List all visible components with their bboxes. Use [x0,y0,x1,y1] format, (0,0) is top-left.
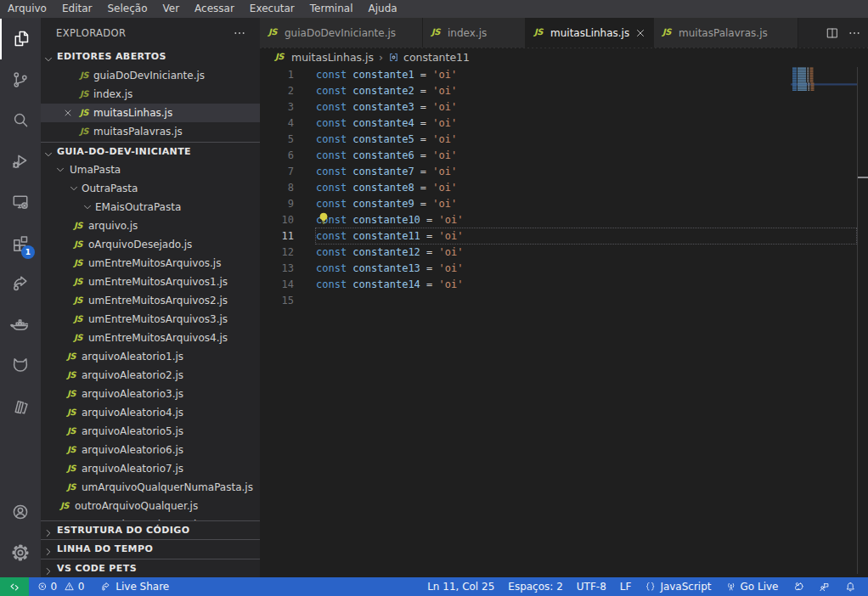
breadcrumb-file[interactable]: muitasLinhas.js [291,51,374,64]
tree-file-arquivo-js[interactable]: JSarquivo.js [41,216,260,235]
source-control-icon [10,70,31,90]
status-label: LF [620,581,632,593]
menu-executar[interactable]: Executar [242,0,302,18]
breadcrumbs[interactable]: JS muitasLinhas.js › constante11 [260,48,868,66]
explorer-more-actions-icon[interactable] [233,26,246,40]
js-file-icon: JS [80,108,92,119]
open-editor-index-js[interactable]: JSindex.js [41,85,260,104]
section-header-estrutura-do-c-digo[interactable]: ESTRUTURA DO CÓDIGO [41,520,260,539]
tree-file-arquivoaleatorio3-js[interactable]: JSarquivoAleatorio3.js [41,385,260,403]
activity-item-docker[interactable] [0,304,41,345]
activity-item-gitkraken[interactable] [0,345,41,385]
minimap-line [792,88,814,89]
tree-file-umentremuitosarquivos1-js[interactable]: JSumEntreMuitosArquivos1.js [41,273,260,291]
tab-guiadodeviniciante-js[interactable]: JSguiaDoDevIniciante.js [260,18,423,48]
braces-icon [645,581,657,593]
open-editor-muitaslinhas-js[interactable]: JSmuitasLinhas.js [41,104,260,122]
problems-status[interactable]: 00 [37,581,88,593]
activity-item-accounts[interactable] [0,492,41,532]
status-eol[interactable]: LF [620,581,632,593]
activity-item-run-debug[interactable] [0,141,41,182]
section-header-label: EDITORES ABERTOS [57,51,166,62]
account-icon [10,502,31,522]
activity-item-explorer[interactable] [0,19,41,59]
tree-file-arquivoaleatorio7-js[interactable]: JSarquivoAleatorio7.js [41,459,260,478]
close-icon[interactable] [63,108,73,118]
breadcrumb-symbol[interactable]: constante11 [403,51,470,64]
remote-explorer-icon [10,192,31,212]
minimap-line [792,83,814,84]
close-icon[interactable] [634,27,646,39]
section-header-guia-do-dev-iniciante[interactable]: GUIA-DO-DEV-INICIANTE [41,142,260,160]
menu-acessar[interactable]: Acessar [187,0,242,18]
tree-file-arquivoaleatorio4-js[interactable]: JSarquivoAleatorio4.js [41,403,260,422]
chevron-down-icon [82,202,93,212]
status-bar: 00Live ShareLn 11, Col 25Espaços: 2UTF-8… [0,577,868,596]
tree-file-umentremuitosarquivos3-js[interactable]: JSumEntreMuitosArquivos3.js [41,310,260,329]
activity-item-firebase[interactable] [0,385,41,426]
status-feedback[interactable] [818,581,831,593]
menu-ver[interactable]: Ver [155,0,187,18]
line-number: 3 [260,99,294,115]
line-number: 11 [260,228,294,245]
tree-folder-outrapasta[interactable]: OutraPasta [41,179,260,198]
status-live-share[interactable]: Live Share [100,581,169,593]
menu-arquivo[interactable]: Arquivo [0,0,54,18]
status-notifications[interactable] [844,581,857,593]
activity-item-remote-explorer[interactable] [0,182,41,222]
docker-icon [10,314,31,335]
tab-index-js[interactable]: JSindex.js [423,18,526,48]
status-language-mode[interactable]: JavaScript [645,581,711,593]
section-header-linha-do-tempo[interactable]: LINHA DO TEMPO [41,539,260,558]
tree-file-arquivoaleatorio6-js[interactable]: JSarquivoAleatorio6.js [41,441,260,459]
ellipsis-icon[interactable] [848,26,861,40]
tree-file-umarquivoqualquernumapasta-js[interactable]: JSumArquivoQualquerNumaPasta.js [41,478,260,497]
tree-file-outroarquivoqualquer-js[interactable]: JSoutroArquivoQualquer.js [41,497,260,515]
tree-item-label: arquivoAleatorio4.js [82,407,183,419]
status-cursor-position[interactable]: Ln 11, Col 25 [427,581,494,593]
line-numbers-gutter: 123456789101112131415 [260,67,294,309]
js-file-icon: JS [60,501,72,512]
lightbulb-icon[interactable] [317,211,330,225]
tree-file-umentremuitosarquivos-js[interactable]: JSumEntreMuitosArquivos.js [41,254,260,273]
tree-file-arquivoaleatorio2-js[interactable]: JSarquivoAleatorio2.js [41,366,260,385]
code-editor[interactable]: 123456789101112131415 const constante1 =… [260,66,868,577]
split-editor-icon[interactable] [826,26,839,40]
activity-item-settings[interactable] [0,532,41,573]
tree-file-oarquivodesejado-js[interactable]: JSoArquivoDesejado.js [41,235,260,254]
status-label: UTF-8 [577,581,606,593]
minimap[interactable] [786,66,868,577]
activity-item-live-share[interactable] [0,263,41,304]
open-editor-guiadodeviniciante-js[interactable]: JSguiaDoDevIniciante.js [41,66,260,85]
activity-item-search[interactable] [0,100,41,141]
tree-folder-umapasta[interactable]: UmaPasta [41,160,260,179]
status-pets[interactable] [792,581,805,593]
activity-item-source-control[interactable] [0,59,41,100]
section-header-editores-abertos[interactable]: EDITORES ABERTOS [41,48,260,66]
error-icon [37,581,48,593]
tree-file-arquivoaleatorio5-js[interactable]: JSarquivoAleatorio5.js [41,422,260,441]
status-indentation[interactable]: Espaços: 2 [508,581,563,593]
code-line: const constante8 = 'oi' [316,180,463,196]
tree-folder-emaisoutrapasta[interactable]: EMaisOutraPasta [41,198,260,216]
line-number: 13 [260,261,294,277]
status-go-live[interactable]: Go Live [725,581,779,593]
vscode-window: ArquivoEditarSeleçãoVerAcessarExecutarTe… [0,0,868,596]
tree-file-arquivoaleatorio1-js[interactable]: JSarquivoAleatorio1.js [41,347,260,366]
menu-ajuda[interactable]: Ajuda [360,0,404,18]
tab-muitaspalavras-js[interactable]: JSmuitasPalavras.js [654,18,798,48]
tree-file-umentremuitosarquivos2-js[interactable]: JSumEntreMuitosArquivos2.js [41,291,260,310]
tab-muitaslinhas-js[interactable]: JSmuitasLinhas.js [526,18,654,48]
section-header-vs-code-pets[interactable]: VS CODE PETS [41,559,260,577]
line-number: 5 [260,132,294,148]
activity-item-extensions[interactable]: 1 [0,222,41,263]
js-file-icon: JS [67,426,79,437]
remote-indicator[interactable] [0,577,29,596]
menu-sele-o[interactable]: Seleção [99,0,155,18]
tree-file-umentremuitosarquivos4-js[interactable]: JSumEntreMuitosArquivos4.js [41,329,260,347]
js-file-icon: JS [74,314,86,325]
menu-terminal[interactable]: Terminal [302,0,361,18]
open-editor-muitaspalavras-js[interactable]: JSmuitasPalavras.js [41,122,260,141]
status-encoding[interactable]: UTF-8 [577,581,606,593]
menu-editar[interactable]: Editar [54,0,100,18]
